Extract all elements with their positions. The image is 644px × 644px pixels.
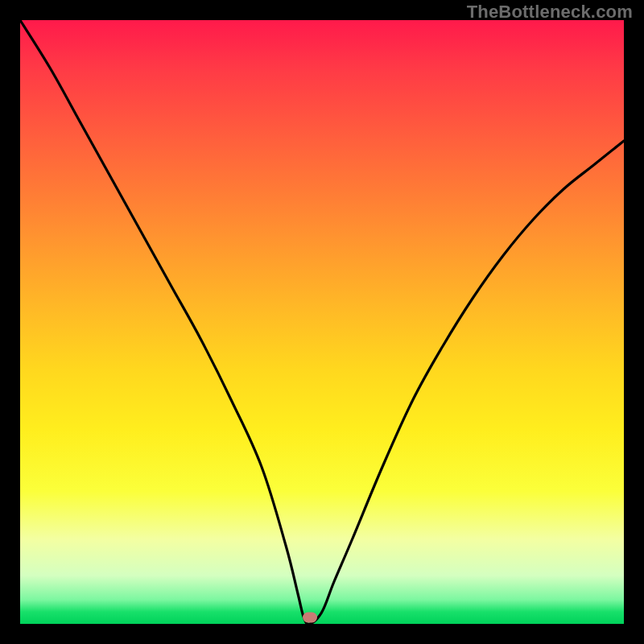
watermark-text: TheBottleneck.com (467, 2, 633, 23)
chart-frame: TheBottleneck.com (0, 0, 644, 644)
optimal-point-marker (303, 613, 317, 623)
bottleneck-curve (20, 20, 624, 624)
plot-area (20, 20, 624, 624)
